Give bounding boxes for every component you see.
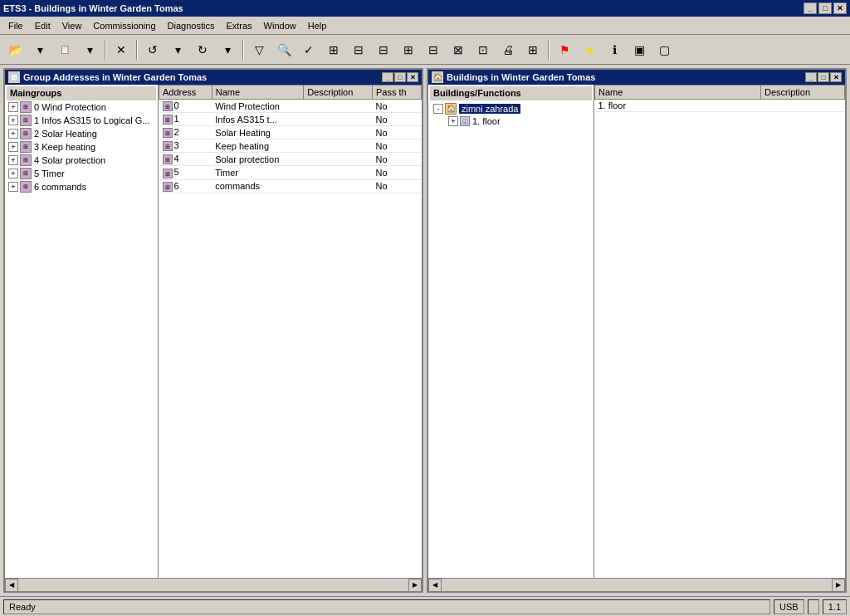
- toolbar-small-icon[interactable]: 📋: [53, 38, 76, 61]
- toolbar-img2-btn[interactable]: ▢: [652, 38, 676, 61]
- tree-item-3[interactable]: + ⊞ 3 Keep heating: [7, 140, 156, 154]
- right-scroll-right[interactable]: ▶: [832, 579, 845, 592]
- toolbar-grid1-btn[interactable]: ⊞: [322, 38, 345, 61]
- right-panel-close-btn[interactable]: ✕: [830, 72, 842, 82]
- toolbar-grid7-btn[interactable]: ⊡: [471, 38, 495, 61]
- expand-2[interactable]: +: [8, 129, 18, 139]
- toolbar-search-btn[interactable]: 🔍: [272, 38, 296, 61]
- right-hscroll[interactable]: ◀ ▶: [428, 578, 845, 591]
- right-col-description[interactable]: Description: [761, 86, 845, 100]
- cell-address-4: ⊞4: [159, 153, 212, 166]
- toolbar-redo-btn[interactable]: ↻: [191, 38, 214, 61]
- tree-item-1[interactable]: + ⊞ 1 Infos AS315 to Logical G...: [7, 114, 156, 127]
- right-expand-root[interactable]: -: [433, 104, 443, 114]
- right-panel-content: Buildings/Functions - 🏠 zimni zahrada + …: [428, 85, 845, 578]
- left-scroll-track[interactable]: [18, 579, 408, 591]
- maximize-btn[interactable]: □: [818, 2, 832, 14]
- table-row[interactable]: ⊞6commandsNo: [159, 179, 422, 193]
- expand-5[interactable]: +: [8, 169, 18, 178]
- col-address[interactable]: Address: [159, 86, 212, 100]
- toolbar-filter-btn[interactable]: ▽: [247, 38, 271, 61]
- table-row[interactable]: ⊞5TimerNo: [159, 166, 422, 179]
- right-scroll-left[interactable]: ◀: [428, 579, 442, 592]
- toolbar-grid5-btn[interactable]: ⊟: [422, 38, 445, 61]
- right-panel-buttons[interactable]: _ □ ✕: [805, 72, 842, 82]
- menu-commissioning[interactable]: Commissioning: [88, 19, 160, 32]
- close-btn[interactable]: ✕: [833, 2, 847, 14]
- toolbar-dropdown-btn[interactable]: ▾: [28, 38, 51, 61]
- left-scroll-right[interactable]: ▶: [408, 579, 422, 592]
- tree-item-6[interactable]: + ⊞ 6 commands: [7, 180, 156, 193]
- cell-address-3: ⊞3: [159, 139, 212, 153]
- left-panel-close-btn[interactable]: ✕: [407, 72, 418, 82]
- right-tree-pane[interactable]: Buildings/Functions - 🏠 zimni zahrada + …: [428, 85, 594, 578]
- menu-file[interactable]: File: [3, 19, 28, 32]
- toolbar-img1-btn[interactable]: ▣: [628, 38, 651, 61]
- right-panel-min-btn[interactable]: _: [805, 72, 817, 82]
- toolbar-undo-btn[interactable]: ↺: [141, 38, 164, 61]
- tree-item-2[interactable]: + ⊞ 2 Solar Heating: [7, 127, 156, 140]
- menu-diagnostics[interactable]: Diagnostics: [163, 19, 220, 32]
- minimize-btn[interactable]: _: [804, 2, 817, 14]
- toolbar-grid2-btn[interactable]: ⊟: [347, 38, 370, 61]
- toolbar-check-btn[interactable]: ✓: [297, 38, 320, 61]
- toolbar-open-btn[interactable]: 📂: [3, 38, 27, 61]
- right-expand-floor1[interactable]: +: [448, 116, 458, 126]
- expand-4[interactable]: +: [8, 155, 18, 165]
- expand-0[interactable]: +: [8, 102, 18, 112]
- toolbar-print-btn[interactable]: 🖨: [496, 38, 520, 61]
- col-pass[interactable]: Pass th: [372, 86, 421, 100]
- right-tree-item-root[interactable]: - 🏠 zimni zahrada: [432, 102, 590, 115]
- tree-item-4[interactable]: + ⊞ 4 Solar protection: [7, 154, 156, 167]
- expand-1[interactable]: +: [8, 115, 18, 125]
- toolbar-info-btn[interactable]: ℹ: [603, 38, 626, 61]
- left-panel-min-btn[interactable]: _: [382, 72, 393, 82]
- tree-item-0[interactable]: + ⊞ 0 Wind Protection: [7, 100, 156, 114]
- title-bar-buttons[interactable]: _ □ ✕: [804, 2, 847, 14]
- right-panel: 🏠 Buildings in Winter Garden Tomas _ □ ✕…: [427, 68, 847, 593]
- table-row[interactable]: 1. floor: [595, 100, 845, 112]
- left-scroll-left[interactable]: ◀: [5, 579, 18, 592]
- toolbar-dropdown2-btn[interactable]: ▾: [78, 38, 101, 61]
- toolbar-redo-dropdown[interactable]: ▾: [216, 38, 239, 61]
- tree-icon-2: ⊞: [20, 128, 32, 139]
- cell-desc-2: [304, 126, 373, 139]
- left-table-pane[interactable]: Address Name Description Pass th ⊞0Wind …: [159, 85, 422, 578]
- toolbar-undo-dropdown[interactable]: ▾: [166, 38, 189, 61]
- col-name[interactable]: Name: [212, 86, 304, 100]
- toolbar-grid4-btn[interactable]: ⊞: [397, 38, 420, 61]
- menu-extras[interactable]: Extras: [221, 19, 256, 32]
- left-panel-buttons[interactable]: _ □ ✕: [382, 72, 418, 82]
- menu-help[interactable]: Help: [303, 19, 332, 32]
- table-row[interactable]: ⊞2Solar HeatingNo: [159, 126, 422, 139]
- toolbar-delete-btn[interactable]: ✕: [110, 38, 133, 61]
- right-tree-item-floor1[interactable]: + 🏢 1. floor: [432, 115, 590, 127]
- cell-address-0: ⊞0: [159, 100, 212, 113]
- table-row[interactable]: ⊞3Keep heatingNo: [159, 139, 422, 153]
- left-hscroll[interactable]: ◀ ▶: [5, 578, 422, 591]
- menu-view[interactable]: View: [57, 19, 87, 32]
- expand-6[interactable]: +: [8, 182, 18, 192]
- table-row[interactable]: ⊞4Solar protectionNo: [159, 153, 422, 166]
- toolbar-star-btn[interactable]: ★: [578, 38, 601, 61]
- right-col-name[interactable]: Name: [595, 86, 761, 100]
- toolbar-grid6-btn[interactable]: ⊠: [447, 38, 470, 61]
- expand-3[interactable]: +: [8, 142, 18, 152]
- left-panel-max-btn[interactable]: □: [394, 72, 406, 82]
- right-panel-max-btn[interactable]: □: [818, 72, 829, 82]
- tree-item-5[interactable]: + ⊞ 5 Timer: [7, 167, 156, 180]
- toolbar-export-btn[interactable]: ⊞: [521, 38, 545, 61]
- table-row[interactable]: ⊞1Infos AS315 t...No: [159, 113, 422, 126]
- connection-label: USB: [779, 602, 799, 612]
- right-scroll-track[interactable]: [442, 579, 832, 591]
- col-description[interactable]: Description: [304, 86, 373, 100]
- cell-desc-3: [304, 139, 373, 153]
- right-table-section[interactable]: Name Description 1. floor: [594, 85, 845, 578]
- toolbar-flag-btn[interactable]: ⚑: [553, 38, 576, 61]
- menu-edit[interactable]: Edit: [30, 19, 56, 32]
- toolbar-grid3-btn[interactable]: ⊟: [372, 38, 395, 61]
- left-tree-pane[interactable]: Maingroups + ⊞ 0 Wind Protection + ⊞ 1 I…: [5, 85, 159, 578]
- table-row[interactable]: ⊞0Wind ProtectionNo: [159, 100, 422, 113]
- status-label: Ready: [9, 602, 36, 612]
- menu-window[interactable]: Window: [259, 19, 301, 32]
